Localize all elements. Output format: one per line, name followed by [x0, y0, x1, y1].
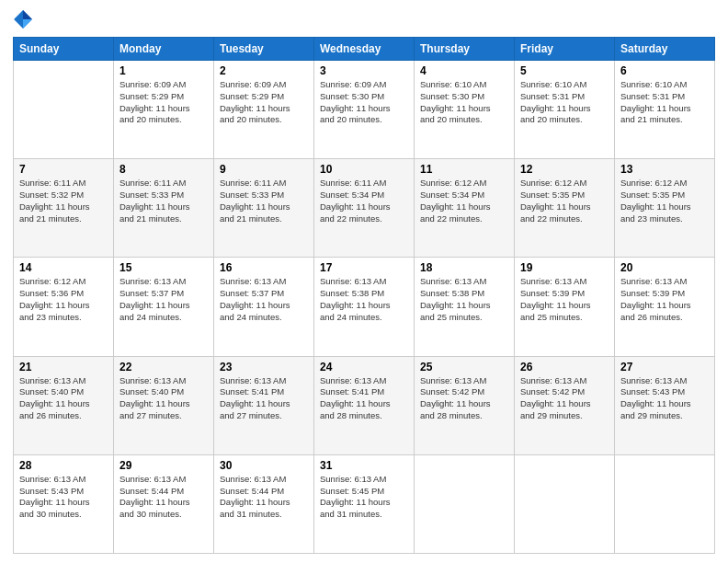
day-number: 23 [220, 361, 308, 373]
day-info: Sunrise: 6:13 AM Sunset: 5:40 PM Dayligh… [19, 375, 108, 422]
day-number: 16 [220, 261, 308, 274]
day-number: 10 [320, 163, 408, 176]
day-number: 15 [119, 261, 208, 274]
day-info: Sunrise: 6:09 AM Sunset: 5:29 PM Dayligh… [220, 79, 308, 126]
day-info: Sunrise: 6:13 AM Sunset: 5:37 PM Dayligh… [119, 276, 208, 323]
calendar-cell: 1Sunrise: 6:09 AM Sunset: 5:29 PM Daylig… [114, 61, 214, 159]
day-info: Sunrise: 6:13 AM Sunset: 5:41 PM Dayligh… [220, 375, 308, 422]
day-number: 19 [520, 261, 609, 274]
calendar-header-sunday: Sunday [14, 38, 114, 61]
day-info: Sunrise: 6:13 AM Sunset: 5:39 PM Dayligh… [620, 276, 709, 323]
day-info: Sunrise: 6:13 AM Sunset: 5:40 PM Dayligh… [119, 375, 208, 422]
calendar-cell: 22Sunrise: 6:13 AM Sunset: 5:40 PM Dayli… [114, 356, 214, 454]
day-number: 5 [520, 64, 609, 77]
day-info: Sunrise: 6:11 AM Sunset: 5:34 PM Dayligh… [320, 178, 408, 224]
day-number: 17 [320, 261, 408, 274]
day-info: Sunrise: 6:13 AM Sunset: 5:42 PM Dayligh… [420, 375, 508, 422]
day-info: Sunrise: 6:10 AM Sunset: 5:31 PM Dayligh… [620, 79, 709, 126]
day-info: Sunrise: 6:13 AM Sunset: 5:44 PM Dayligh… [119, 474, 208, 521]
day-info: Sunrise: 6:11 AM Sunset: 5:33 PM Dayligh… [220, 178, 308, 224]
calendar-cell [515, 454, 615, 553]
calendar-cell: 23Sunrise: 6:13 AM Sunset: 5:41 PM Dayli… [214, 356, 314, 454]
day-number: 27 [620, 361, 709, 373]
day-number: 13 [620, 163, 709, 176]
calendar-cell: 4Sunrise: 6:10 AM Sunset: 5:30 PM Daylig… [415, 61, 515, 159]
calendar-header-monday: Monday [114, 38, 214, 61]
day-info: Sunrise: 6:13 AM Sunset: 5:41 PM Dayligh… [320, 375, 408, 422]
calendar-cell: 6Sunrise: 6:10 AM Sunset: 5:31 PM Daylig… [615, 61, 715, 159]
calendar-cell: 30Sunrise: 6:13 AM Sunset: 5:44 PM Dayli… [214, 454, 314, 553]
calendar-header-thursday: Thursday [415, 38, 515, 61]
calendar-cell: 28Sunrise: 6:13 AM Sunset: 5:43 PM Dayli… [14, 454, 114, 553]
day-info: Sunrise: 6:09 AM Sunset: 5:29 PM Dayligh… [119, 79, 208, 126]
day-info: Sunrise: 6:13 AM Sunset: 5:38 PM Dayligh… [420, 276, 508, 323]
day-number: 6 [620, 64, 709, 77]
day-number: 2 [220, 64, 308, 77]
day-info: Sunrise: 6:13 AM Sunset: 5:44 PM Dayligh… [220, 474, 308, 521]
day-number: 21 [19, 361, 108, 373]
calendar-header-saturday: Saturday [615, 38, 715, 61]
calendar-cell: 3Sunrise: 6:09 AM Sunset: 5:30 PM Daylig… [314, 61, 415, 159]
calendar-week-2: 14Sunrise: 6:12 AM Sunset: 5:36 PM Dayli… [14, 258, 715, 356]
day-info: Sunrise: 6:13 AM Sunset: 5:43 PM Dayligh… [19, 474, 108, 521]
day-number: 22 [119, 361, 208, 373]
day-info: Sunrise: 6:13 AM Sunset: 5:43 PM Dayligh… [620, 375, 709, 422]
day-number: 8 [119, 163, 208, 176]
day-number: 4 [420, 64, 508, 77]
day-number: 11 [420, 163, 508, 176]
day-number: 14 [19, 261, 108, 274]
day-info: Sunrise: 6:11 AM Sunset: 5:32 PM Dayligh… [19, 178, 108, 224]
day-number: 7 [19, 163, 108, 176]
calendar-cell: 25Sunrise: 6:13 AM Sunset: 5:42 PM Dayli… [415, 356, 515, 454]
calendar-cell: 2Sunrise: 6:09 AM Sunset: 5:29 PM Daylig… [214, 61, 314, 159]
calendar-week-3: 21Sunrise: 6:13 AM Sunset: 5:40 PM Dayli… [14, 356, 715, 454]
calendar-cell: 12Sunrise: 6:12 AM Sunset: 5:35 PM Dayli… [515, 159, 615, 258]
day-info: Sunrise: 6:09 AM Sunset: 5:30 PM Dayligh… [320, 79, 408, 126]
day-number: 25 [420, 361, 508, 373]
calendar-week-4: 28Sunrise: 6:13 AM Sunset: 5:43 PM Dayli… [14, 454, 715, 553]
day-info: Sunrise: 6:11 AM Sunset: 5:33 PM Dayligh… [119, 178, 208, 224]
calendar-cell: 16Sunrise: 6:13 AM Sunset: 5:37 PM Dayli… [214, 258, 314, 356]
logo [13, 9, 35, 29]
calendar-header-row: SundayMondayTuesdayWednesdayThursdayFrid… [14, 38, 715, 61]
day-number: 18 [420, 261, 508, 274]
calendar-cell: 5Sunrise: 6:10 AM Sunset: 5:31 PM Daylig… [515, 61, 615, 159]
day-info: Sunrise: 6:13 AM Sunset: 5:42 PM Dayligh… [520, 375, 609, 422]
calendar-cell: 20Sunrise: 6:13 AM Sunset: 5:39 PM Dayli… [615, 258, 715, 356]
calendar-cell: 11Sunrise: 6:12 AM Sunset: 5:34 PM Dayli… [415, 159, 515, 258]
day-number: 3 [320, 64, 408, 77]
page: SundayMondayTuesdayWednesdayThursdayFrid… [0, 0, 728, 563]
calendar-cell: 21Sunrise: 6:13 AM Sunset: 5:40 PM Dayli… [14, 356, 114, 454]
logo-icon [13, 9, 33, 29]
calendar-week-1: 7Sunrise: 6:11 AM Sunset: 5:32 PM Daylig… [14, 159, 715, 258]
calendar-cell [415, 454, 515, 553]
day-number: 26 [520, 361, 609, 373]
day-number: 20 [620, 261, 709, 274]
day-info: Sunrise: 6:12 AM Sunset: 5:35 PM Dayligh… [520, 178, 609, 224]
calendar-cell: 13Sunrise: 6:12 AM Sunset: 5:35 PM Dayli… [615, 159, 715, 258]
header [13, 9, 715, 29]
day-info: Sunrise: 6:12 AM Sunset: 5:36 PM Dayligh… [19, 276, 108, 323]
day-info: Sunrise: 6:10 AM Sunset: 5:31 PM Dayligh… [520, 79, 609, 126]
calendar-cell: 26Sunrise: 6:13 AM Sunset: 5:42 PM Dayli… [515, 356, 615, 454]
day-info: Sunrise: 6:10 AM Sunset: 5:30 PM Dayligh… [420, 79, 508, 126]
calendar-header-tuesday: Tuesday [214, 38, 314, 61]
calendar-cell: 10Sunrise: 6:11 AM Sunset: 5:34 PM Dayli… [314, 159, 415, 258]
calendar-week-0: 1Sunrise: 6:09 AM Sunset: 5:29 PM Daylig… [14, 61, 715, 159]
calendar-cell [14, 61, 114, 159]
calendar-cell: 19Sunrise: 6:13 AM Sunset: 5:39 PM Dayli… [515, 258, 615, 356]
day-number: 29 [119, 459, 208, 472]
day-number: 24 [320, 361, 408, 373]
calendar-table: SundayMondayTuesdayWednesdayThursdayFrid… [13, 37, 715, 554]
day-info: Sunrise: 6:13 AM Sunset: 5:39 PM Dayligh… [520, 276, 609, 323]
calendar-cell: 27Sunrise: 6:13 AM Sunset: 5:43 PM Dayli… [615, 356, 715, 454]
day-number: 12 [520, 163, 609, 176]
calendar-cell: 15Sunrise: 6:13 AM Sunset: 5:37 PM Dayli… [114, 258, 214, 356]
day-number: 31 [320, 459, 408, 472]
calendar-cell: 9Sunrise: 6:11 AM Sunset: 5:33 PM Daylig… [214, 159, 314, 258]
calendar-cell: 7Sunrise: 6:11 AM Sunset: 5:32 PM Daylig… [14, 159, 114, 258]
day-info: Sunrise: 6:13 AM Sunset: 5:37 PM Dayligh… [220, 276, 308, 323]
day-number: 9 [220, 163, 308, 176]
day-number: 30 [220, 459, 308, 472]
calendar-cell [615, 454, 715, 553]
